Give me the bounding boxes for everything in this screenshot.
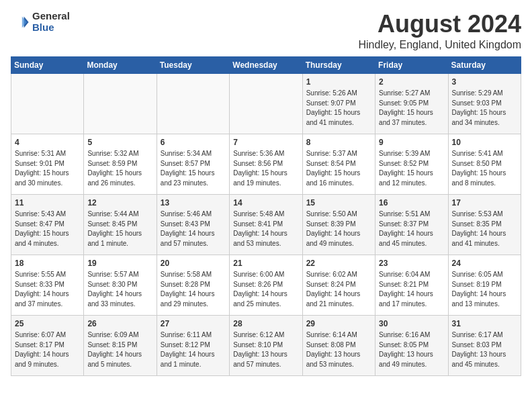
day-number: 23	[379, 258, 444, 269]
day-info: Sunrise: 5:58 AM Sunset: 8:28 PM Dayligh…	[161, 270, 226, 309]
day-number: 11	[15, 197, 80, 209]
logo-general-text: General	[32, 11, 70, 22]
calendar-cell: 22Sunrise: 6:02 AM Sunset: 8:24 PM Dayli…	[302, 255, 375, 315]
header-day-wednesday: Wednesday	[230, 56, 302, 73]
day-info: Sunrise: 5:34 AM Sunset: 8:57 PM Dayligh…	[161, 149, 226, 188]
day-number: 9	[379, 137, 444, 148]
day-info: Sunrise: 6:11 AM Sunset: 8:12 PM Dayligh…	[161, 330, 226, 369]
calendar-cell: 9Sunrise: 5:39 AM Sunset: 8:52 PM Daylig…	[375, 134, 448, 194]
month-title: August 2024	[358, 11, 521, 38]
calendar-cell: 27Sunrise: 6:11 AM Sunset: 8:12 PM Dayli…	[157, 315, 229, 375]
calendar-cell: 23Sunrise: 6:04 AM Sunset: 8:21 PM Dayli…	[375, 255, 448, 315]
day-number: 31	[452, 318, 517, 330]
header-row: SundayMondayTuesdayWednesdayThursdayFrid…	[11, 56, 521, 73]
day-info: Sunrise: 5:53 AM Sunset: 8:35 PM Dayligh…	[452, 210, 517, 248]
calendar-cell: 24Sunrise: 6:05 AM Sunset: 8:19 PM Dayli…	[448, 255, 521, 315]
day-info: Sunrise: 5:43 AM Sunset: 8:47 PM Dayligh…	[15, 210, 80, 248]
calendar-header: SundayMondayTuesdayWednesdayThursdayFrid…	[11, 56, 521, 73]
logo: General Blue	[11, 11, 70, 33]
day-number: 26	[87, 318, 152, 330]
day-info: Sunrise: 5:46 AM Sunset: 8:43 PM Dayligh…	[161, 210, 226, 248]
day-number: 24	[452, 258, 517, 269]
day-info: Sunrise: 5:32 AM Sunset: 8:59 PM Dayligh…	[87, 149, 152, 188]
calendar-week-4: 25Sunrise: 6:07 AM Sunset: 8:17 PM Dayli…	[11, 315, 521, 375]
calendar-week-1: 4Sunrise: 5:31 AM Sunset: 9:01 PM Daylig…	[11, 134, 521, 194]
header-day-monday: Monday	[84, 56, 157, 73]
logo-icon	[11, 13, 30, 32]
day-number: 15	[306, 197, 371, 209]
day-info: Sunrise: 5:39 AM Sunset: 8:52 PM Dayligh…	[379, 149, 444, 188]
calendar-cell: 25Sunrise: 6:07 AM Sunset: 8:17 PM Dayli…	[11, 315, 84, 375]
day-number: 19	[87, 258, 152, 269]
day-number: 13	[161, 197, 226, 209]
day-info: Sunrise: 5:31 AM Sunset: 9:01 PM Dayligh…	[15, 149, 80, 188]
calendar-cell: 18Sunrise: 5:55 AM Sunset: 8:33 PM Dayli…	[11, 255, 84, 315]
location: Hindley, England, United Kingdom	[358, 39, 521, 51]
day-info: Sunrise: 5:41 AM Sunset: 8:50 PM Dayligh…	[452, 149, 517, 188]
calendar-cell: 16Sunrise: 5:51 AM Sunset: 8:37 PM Dayli…	[375, 194, 448, 255]
calendar-week-3: 18Sunrise: 5:55 AM Sunset: 8:33 PM Dayli…	[11, 255, 521, 315]
calendar-week-2: 11Sunrise: 5:43 AM Sunset: 8:47 PM Dayli…	[11, 194, 521, 255]
day-info: Sunrise: 5:48 AM Sunset: 8:41 PM Dayligh…	[233, 210, 298, 248]
header-day-tuesday: Tuesday	[157, 56, 229, 73]
calendar-cell: 8Sunrise: 5:37 AM Sunset: 8:54 PM Daylig…	[302, 134, 375, 194]
header-day-friday: Friday	[375, 56, 448, 73]
day-number: 21	[233, 258, 298, 269]
day-info: Sunrise: 6:07 AM Sunset: 8:17 PM Dayligh…	[15, 330, 80, 369]
header-day-thursday: Thursday	[302, 56, 375, 73]
day-info: Sunrise: 6:09 AM Sunset: 8:15 PM Dayligh…	[87, 330, 152, 369]
calendar-cell: 28Sunrise: 6:12 AM Sunset: 8:10 PM Dayli…	[230, 315, 302, 375]
calendar-cell: 29Sunrise: 6:14 AM Sunset: 8:08 PM Dayli…	[302, 315, 375, 375]
title-block: August 2024 Hindley, England, United Kin…	[358, 11, 521, 51]
day-info: Sunrise: 5:51 AM Sunset: 8:37 PM Dayligh…	[379, 210, 444, 248]
calendar-cell: 14Sunrise: 5:48 AM Sunset: 8:41 PM Dayli…	[230, 194, 302, 255]
calendar-body: 1Sunrise: 5:26 AM Sunset: 9:07 PM Daylig…	[11, 73, 521, 375]
day-info: Sunrise: 5:27 AM Sunset: 9:05 PM Dayligh…	[379, 89, 444, 128]
calendar-cell	[11, 73, 84, 134]
calendar-cell: 20Sunrise: 5:58 AM Sunset: 8:28 PM Dayli…	[157, 255, 229, 315]
calendar-cell: 13Sunrise: 5:46 AM Sunset: 8:43 PM Dayli…	[157, 194, 229, 255]
logo-blue-text: Blue	[32, 22, 70, 34]
day-number: 29	[306, 318, 371, 330]
calendar-cell: 6Sunrise: 5:34 AM Sunset: 8:57 PM Daylig…	[157, 134, 229, 194]
day-number: 6	[161, 137, 226, 148]
day-info: Sunrise: 5:55 AM Sunset: 8:33 PM Dayligh…	[15, 270, 80, 309]
calendar-cell: 26Sunrise: 6:09 AM Sunset: 8:15 PM Dayli…	[84, 315, 157, 375]
calendar-cell	[84, 73, 157, 134]
calendar-cell: 30Sunrise: 6:16 AM Sunset: 8:05 PM Dayli…	[375, 315, 448, 375]
day-number: 30	[379, 318, 444, 330]
calendar-cell	[157, 73, 229, 134]
calendar-cell: 5Sunrise: 5:32 AM Sunset: 8:59 PM Daylig…	[84, 134, 157, 194]
day-number: 3	[452, 77, 517, 88]
day-info: Sunrise: 5:44 AM Sunset: 8:45 PM Dayligh…	[87, 210, 152, 248]
day-number: 27	[161, 318, 226, 330]
calendar-cell: 31Sunrise: 6:17 AM Sunset: 8:03 PM Dayli…	[448, 315, 521, 375]
calendar-cell: 15Sunrise: 5:50 AM Sunset: 8:39 PM Dayli…	[302, 194, 375, 255]
day-info: Sunrise: 6:17 AM Sunset: 8:03 PM Dayligh…	[452, 330, 517, 369]
day-info: Sunrise: 5:37 AM Sunset: 8:54 PM Dayligh…	[306, 149, 371, 188]
day-number: 28	[233, 318, 298, 330]
calendar-cell: 12Sunrise: 5:44 AM Sunset: 8:45 PM Dayli…	[84, 194, 157, 255]
calendar-cell: 10Sunrise: 5:41 AM Sunset: 8:50 PM Dayli…	[448, 134, 521, 194]
day-info: Sunrise: 6:16 AM Sunset: 8:05 PM Dayligh…	[379, 330, 444, 369]
calendar-cell: 3Sunrise: 5:29 AM Sunset: 9:03 PM Daylig…	[448, 73, 521, 134]
day-number: 22	[306, 258, 371, 269]
calendar-cell: 7Sunrise: 5:36 AM Sunset: 8:56 PM Daylig…	[230, 134, 302, 194]
calendar-cell: 17Sunrise: 5:53 AM Sunset: 8:35 PM Dayli…	[448, 194, 521, 255]
day-info: Sunrise: 5:57 AM Sunset: 8:30 PM Dayligh…	[87, 270, 152, 309]
header-day-saturday: Saturday	[448, 56, 521, 73]
day-info: Sunrise: 6:05 AM Sunset: 8:19 PM Dayligh…	[452, 270, 517, 309]
day-number: 1	[306, 77, 371, 88]
day-number: 25	[15, 318, 80, 330]
calendar-cell: 21Sunrise: 6:00 AM Sunset: 8:26 PM Dayli…	[230, 255, 302, 315]
calendar-cell: 4Sunrise: 5:31 AM Sunset: 9:01 PM Daylig…	[11, 134, 84, 194]
day-number: 20	[161, 258, 226, 269]
calendar-cell: 1Sunrise: 5:26 AM Sunset: 9:07 PM Daylig…	[302, 73, 375, 134]
logo-text: General Blue	[32, 11, 70, 33]
calendar-cell	[230, 73, 302, 134]
day-number: 2	[379, 77, 444, 88]
day-number: 17	[452, 197, 517, 209]
day-info: Sunrise: 5:36 AM Sunset: 8:56 PM Dayligh…	[233, 149, 298, 188]
header-day-sunday: Sunday	[11, 56, 84, 73]
day-info: Sunrise: 6:14 AM Sunset: 8:08 PM Dayligh…	[306, 330, 371, 369]
